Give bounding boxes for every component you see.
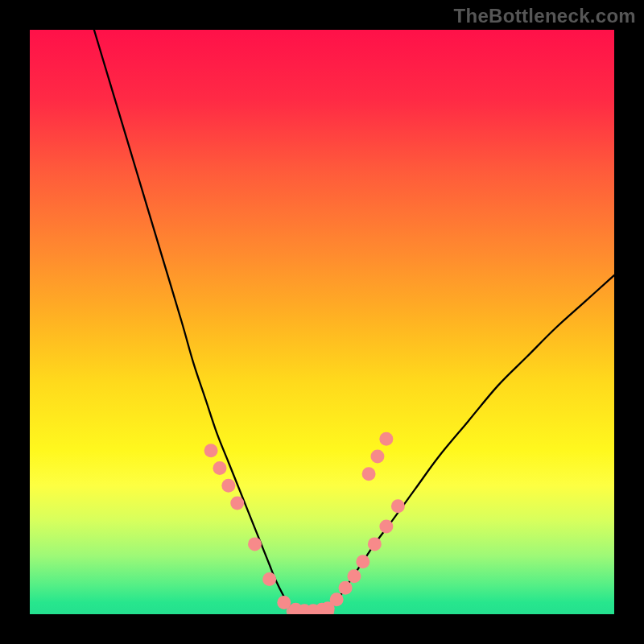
data-marker xyxy=(248,537,262,551)
data-marker xyxy=(277,596,291,609)
plot-area xyxy=(30,30,614,614)
data-marker xyxy=(379,432,393,446)
data-marker xyxy=(230,497,244,510)
data-marker xyxy=(339,581,353,595)
chart-stage: TheBottleneck.com xyxy=(0,0,644,644)
data-marker xyxy=(204,444,218,457)
data-marker xyxy=(379,520,393,534)
data-marker xyxy=(262,572,276,586)
bottleneck-curve xyxy=(94,30,614,613)
data-marker xyxy=(347,569,361,583)
data-marker xyxy=(370,449,384,463)
data-marker xyxy=(362,467,376,481)
watermark-text: TheBottleneck.com xyxy=(454,5,636,27)
curve-layer xyxy=(30,30,614,614)
data-marker xyxy=(356,555,369,568)
data-marker xyxy=(221,479,235,493)
data-marker xyxy=(330,592,344,606)
data-marker xyxy=(368,537,382,551)
data-marker xyxy=(213,461,226,475)
data-marker xyxy=(391,499,405,513)
